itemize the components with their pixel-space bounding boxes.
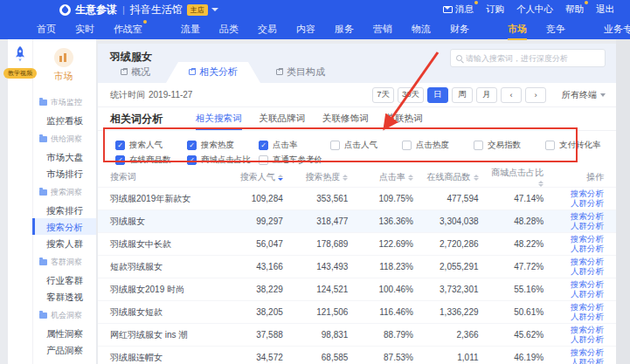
nav-item-finance[interactable]: 财务 — [450, 23, 469, 36]
search-input[interactable] — [466, 54, 599, 63]
cell-keyword: 羽绒服2019年新款女 — [110, 193, 230, 205]
table-row: 羽绒服女 99,297 318,477 136.36% 3,304,038 48… — [98, 209, 616, 232]
nav-item-trade[interactable]: 交易 — [258, 23, 277, 36]
metric-checkbox-click-rate[interactable]: ✓点击率 — [259, 140, 330, 151]
range-7d-button[interactable]: 7天 — [372, 87, 394, 103]
col-header-keyword[interactable]: 搜索词 — [110, 171, 230, 183]
col-header-search-heat[interactable]: 搜索热度 — [295, 171, 361, 183]
sidebar-item-attribute-insight[interactable]: 属性洞察 — [32, 325, 96, 341]
nav-item-service[interactable]: 服务 — [335, 23, 354, 36]
metric-checkbox-online-items[interactable]: ✓在线商品数 — [115, 155, 187, 166]
group-supply-insight: 供给洞察 — [32, 128, 96, 148]
audience-analysis-link[interactable]: 人群分析 — [556, 358, 604, 364]
col-header-online-items[interactable]: 在线商品数 — [426, 171, 491, 183]
search-analysis-link[interactable]: 搜索分析 — [556, 235, 604, 244]
sidebar-item-audience-perspective[interactable]: 客群透视 — [32, 288, 96, 305]
nav-item-business-zone[interactable]: 业务专区 — [604, 23, 630, 36]
workspace-name[interactable]: 抖音生活馆 — [130, 3, 183, 17]
metric-checkbox-train-ref-price[interactable]: 直通车参考价 — [259, 155, 330, 166]
tab-category-composition[interactable]: 类目构成 — [260, 62, 341, 83]
sort-icon[interactable] — [474, 175, 479, 181]
nav-item-category[interactable]: 品类 — [219, 23, 239, 36]
help-link[interactable]: 帮助 — [565, 3, 584, 16]
unit-day-button[interactable]: 日 — [427, 87, 448, 103]
nav-item-logistics[interactable]: 物流 — [412, 23, 431, 36]
sidebar-item-search-audience[interactable]: 搜索人群 — [32, 235, 96, 251]
nav-item-traffic[interactable]: 流量 — [181, 23, 200, 36]
nav-item-realtime[interactable]: 实时 — [75, 23, 94, 36]
subtab-related-brand-terms[interactable]: 关联品牌词 — [260, 107, 306, 130]
audience-analysis-link[interactable]: 人群分析 — [556, 290, 604, 299]
nav-item-market[interactable]: 市场 — [508, 23, 527, 36]
audience-analysis-link[interactable]: 人群分析 — [556, 244, 604, 254]
audience-analysis-link[interactable]: 人群分析 — [556, 312, 604, 322]
search-icon — [456, 55, 462, 61]
nav-item-home[interactable]: 首页 — [37, 23, 56, 36]
tutorial-float-widget[interactable]: 教学视频 — [3, 45, 37, 79]
logout-link[interactable]: 退出 — [596, 3, 614, 16]
subtab-related-modifier-terms[interactable]: 关联修饰词 — [322, 107, 369, 130]
sidebar-item-search-ranking[interactable]: 搜索排行 — [32, 202, 96, 218]
subtab-related-hot-terms[interactable]: 关联热词 — [386, 107, 423, 130]
sidebar-item-industry-audience[interactable]: 行业客群 — [32, 271, 96, 288]
sort-desc-icon[interactable] — [278, 175, 283, 181]
checkbox-checked-icon: ✓ — [115, 155, 125, 165]
messages-link[interactable]: 消息 — [443, 3, 474, 16]
col-header-click-rate[interactable]: 点击率 — [360, 171, 426, 183]
tab-overview[interactable]: 概况 — [105, 62, 166, 83]
metric-checkbox-search-heat[interactable]: ✓搜索热度 — [187, 140, 259, 151]
sidebar: 市场 市场监控 监控看板 供给洞察 市场大盘 市场排行 搜索洞察 搜索排行 搜索… — [8, 39, 96, 364]
metric-checkbox-mall-click-share[interactable]: ✓商城点击占比 — [187, 155, 259, 166]
audience-analysis-link[interactable]: 人群分析 — [556, 267, 604, 277]
search-analysis-link[interactable]: 搜索分析 — [556, 303, 604, 312]
unit-month-button[interactable]: 月 — [476, 87, 497, 103]
sort-icon[interactable] — [343, 175, 348, 181]
tab-icon — [189, 69, 196, 75]
col-header-search-popularity[interactable]: 搜索人气 — [230, 171, 295, 183]
account-link[interactable]: 个人中心 — [516, 3, 553, 16]
cell-value: 56,047 — [230, 239, 295, 249]
keyword-search-box[interactable] — [450, 49, 606, 67]
tab-related-analysis[interactable]: 相关分析 — [166, 62, 260, 83]
audience-analysis-link[interactable]: 人群分析 — [556, 222, 604, 231]
nav-item-content[interactable]: 内容 — [296, 23, 315, 36]
sort-icon[interactable] — [538, 181, 543, 187]
range-30d-button[interactable]: 30天 — [398, 87, 424, 103]
orders-link[interactable]: 订购 — [486, 3, 504, 16]
sidebar-item-market-overview[interactable]: 市场大盘 — [32, 148, 96, 165]
sidebar-item-monitor-board[interactable]: 监控看板 — [32, 112, 96, 128]
nav-item-marketing[interactable]: 营销 — [373, 23, 392, 36]
search-analysis-link[interactable]: 搜索分析 — [556, 348, 604, 358]
col-header-mall-click-share[interactable]: 商城点击占比 — [491, 167, 557, 189]
search-analysis-link[interactable]: 搜索分析 — [556, 189, 604, 199]
workspace-chevron-down-icon[interactable] — [211, 8, 218, 11]
metric-checkbox-click-popularity[interactable]: 点击人气 — [330, 140, 402, 151]
unit-week-button[interactable]: 周 — [452, 87, 473, 103]
search-analysis-link[interactable]: 搜索分析 — [556, 280, 604, 290]
subtab-related-search-terms[interactable]: 相关搜索词 — [196, 107, 242, 130]
next-period-button[interactable]: › — [525, 87, 546, 103]
terminal-dropdown[interactable]: 所有终端 — [562, 89, 606, 101]
metric-checkbox-trade-index[interactable]: 交易指数 — [474, 140, 545, 151]
brand-logo-icon — [59, 4, 71, 16]
sort-icon[interactable] — [408, 175, 413, 181]
metric-checkbox-pay-conversion[interactable]: 支付转化率 — [545, 140, 617, 151]
search-analysis-link[interactable]: 搜索分析 — [556, 212, 604, 222]
metric-checkbox-click-heat[interactable]: 点击热度 — [402, 140, 474, 151]
sidebar-item-product-insight[interactable]: 产品洞察 — [32, 341, 96, 358]
sidebar-item-search-analysis[interactable]: 搜索分析 — [32, 218, 96, 235]
prev-period-button[interactable]: ‹ — [501, 87, 522, 103]
metric-checkbox-search-popularity[interactable]: ✓搜索人气 — [115, 140, 187, 151]
nav-item-compete[interactable]: 竞争 — [546, 23, 565, 36]
search-analysis-link[interactable]: 搜索分析 — [556, 258, 604, 267]
cell-value: 2,055,291 — [426, 262, 491, 271]
audience-analysis-link[interactable]: 人群分析 — [556, 335, 604, 345]
search-analysis-link[interactable]: 搜索分析 — [556, 326, 604, 335]
tutorial-badge[interactable]: 教学视频 — [3, 68, 37, 79]
audience-analysis-link[interactable]: 人群分析 — [556, 199, 604, 209]
brand-separator: | — [122, 4, 125, 15]
nav-item-war-room[interactable]: 作战室 — [114, 23, 142, 36]
sidebar-item-market-ranking[interactable]: 市场排行 — [32, 165, 96, 182]
cell-value: 121,506 — [295, 307, 361, 317]
cell-value: 45.62% — [491, 330, 557, 340]
